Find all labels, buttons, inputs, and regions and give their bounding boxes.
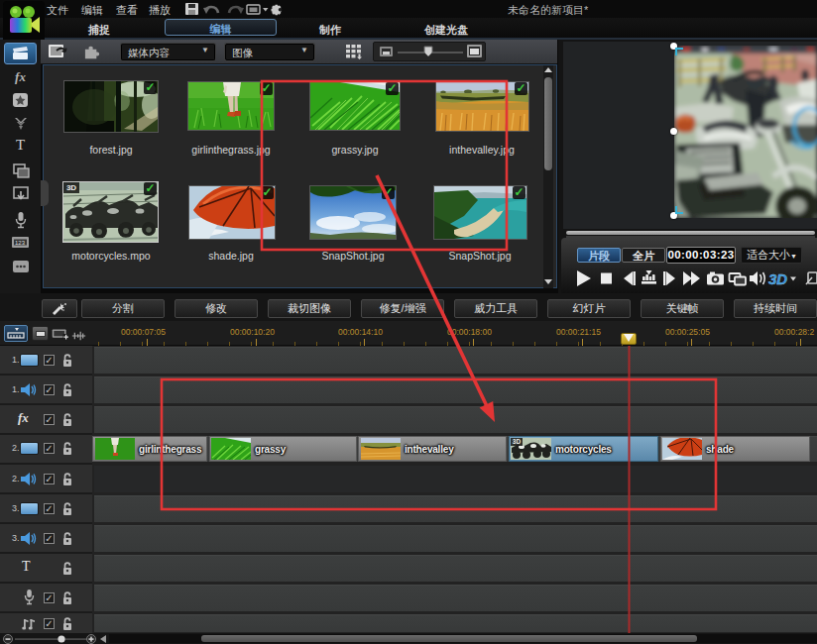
svg-text:3D: 3D (768, 270, 787, 287)
svg-text:123: 123 (15, 240, 26, 246)
